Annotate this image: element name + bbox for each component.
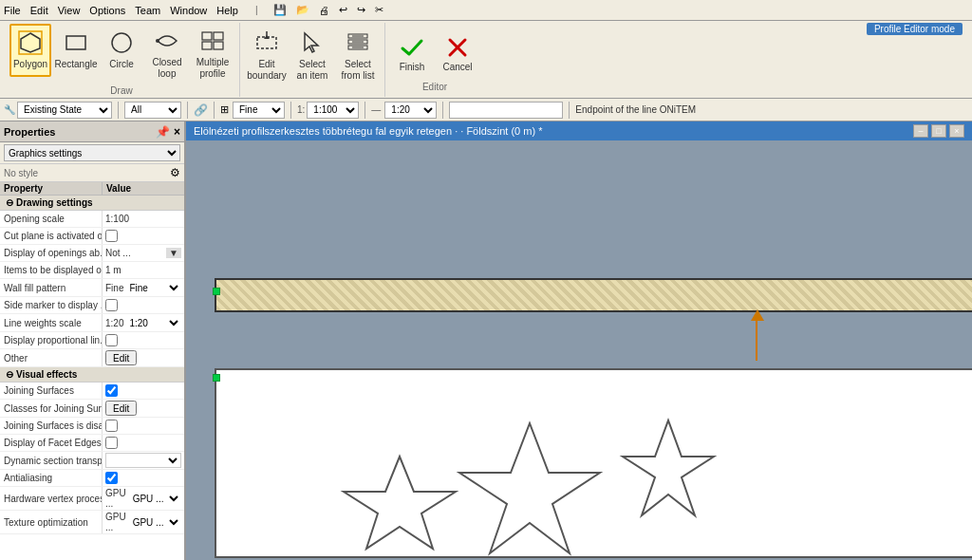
menu-edit[interactable]: Edit <box>30 5 48 16</box>
cut-icon[interactable]: ✂ <box>375 4 383 16</box>
canvas-title: Elölnézeti profilszerkesztes többrétegu … <box>194 125 542 137</box>
editor-buttons: Finish Cancel <box>391 27 478 80</box>
prop-wall-fill: Wall fill pattern Fine Fine <box>0 279 184 297</box>
prop-line-weights: Line weights scale 1:20 1:20 <box>0 314 184 332</box>
settings-icon[interactable]: ⚙ <box>170 166 180 179</box>
prop-table-header: Property Value <box>0 182 184 196</box>
grid-icon[interactable]: ⊞ <box>220 103 229 116</box>
wall-left-handle[interactable] <box>213 288 220 295</box>
state-select[interactable]: Existing State <box>17 102 112 119</box>
graphics-row: Graphics settings <box>0 142 184 164</box>
properties-panel: Properties 📌 × Graphics settings No styl… <box>0 121 186 560</box>
canvas-minimize-button[interactable]: – <box>913 124 928 138</box>
menu-team[interactable]: Team <box>135 5 160 16</box>
pin-icon[interactable]: 📌 <box>156 125 170 139</box>
select-item-button[interactable]: Select an item <box>291 26 333 85</box>
draw-buttons: Polygon Rectangle Circle <box>9 24 234 84</box>
finish-button[interactable]: Finish <box>391 27 433 80</box>
facet-edges-checkbox[interactable] <box>105 437 118 449</box>
value-col-header: Value <box>103 182 184 195</box>
canvas-close-button[interactable]: × <box>949 124 964 138</box>
mode-badge: Profile Editor mode <box>867 23 963 35</box>
prop-joining-disabled: Joining Surfaces is disa... <box>0 418 184 435</box>
separator-6 <box>442 102 443 119</box>
svg-rect-2 <box>66 36 85 49</box>
close-properties-icon[interactable]: × <box>174 125 180 139</box>
hardware-vertex-select[interactable]: GPU ... <box>129 491 181 506</box>
multiple-profile-button[interactable]: Multiple profile <box>192 24 234 84</box>
open-icon[interactable]: 📂 <box>296 4 309 16</box>
undo-icon[interactable]: ↩ <box>339 4 347 16</box>
joining-disabled-checkbox[interactable] <box>105 420 118 432</box>
joining-surfaces-checkbox[interactable] <box>105 384 118 397</box>
rectangle-button[interactable]: Rectangle <box>55 24 97 77</box>
style-row: No style ⚙ <box>0 164 184 182</box>
cut-plane-checkbox[interactable] <box>105 230 118 242</box>
menu-bar: File Edit View Options Team Window Help … <box>0 0 972 21</box>
svg-point-3 <box>112 33 131 52</box>
wall-fill-select[interactable]: Fine <box>125 280 181 295</box>
state-icon: 🔧 <box>4 104 15 115</box>
edit-buttons: Edit boundary Select an item <box>246 26 379 85</box>
edit-group: Edit boundary Select an item <box>240 23 385 97</box>
graphics-select[interactable]: Graphics settings <box>4 144 180 161</box>
save-icon[interactable]: 💾 <box>273 4 287 16</box>
svg-rect-0 <box>19 31 42 54</box>
weight-select[interactable]: 1:20 <box>384 102 437 119</box>
canvas-titlebar-buttons: – □ × <box>913 124 964 138</box>
prop-dynamic-section: Dynamic section transp... <box>0 452 184 470</box>
polygon-button[interactable]: Polygon <box>9 24 51 77</box>
canvas-restore-button[interactable]: □ <box>931 124 946 138</box>
prop-antialiasing: Antialiasing <box>0 470 184 487</box>
closed-loop-button[interactable]: Closed loop <box>146 24 188 84</box>
line-weights-select[interactable]: 1:20 <box>125 315 181 330</box>
prop-joining-surfaces: Joining Surfaces <box>0 383 184 400</box>
menu-file[interactable]: File <box>4 5 21 16</box>
menu-options[interactable]: Options <box>89 5 125 16</box>
state-selector: 🔧 Existing State <box>4 102 112 119</box>
canvas-area: Elölnézeti profilszerkesztes többrétegu … <box>186 121 972 560</box>
style-label: No style <box>4 168 38 178</box>
redo-icon[interactable]: ↪ <box>357 4 365 16</box>
snap-icon[interactable]: 🔗 <box>194 103 208 117</box>
edit-boundary-button[interactable]: Edit boundary <box>246 26 288 85</box>
dynamic-section-select[interactable] <box>105 453 181 468</box>
menu-help[interactable]: Help <box>216 5 238 16</box>
menu-window[interactable]: Window <box>170 5 207 16</box>
openings-dropdown[interactable]: ▼ <box>166 248 181 258</box>
other-edit-button[interactable]: Edit <box>105 350 137 365</box>
lower-box <box>215 368 972 558</box>
fineness-select[interactable]: Fine <box>233 102 285 119</box>
select-list-button[interactable]: Select from list <box>337 26 379 85</box>
fineness-selector: Fine <box>233 102 285 119</box>
separator-2 <box>187 102 188 119</box>
prop-items-displayed: Items to be displayed o... 1 m <box>0 262 184 279</box>
canvas-content[interactable] <box>186 140 972 560</box>
drawing-settings-header[interactable]: ⊖ Drawing settings <box>0 196 184 211</box>
antialiasing-checkbox[interactable] <box>105 472 118 484</box>
properties-table: ⊖ Drawing settings Opening scale 1:100 C… <box>0 196 184 560</box>
main-toolbar: Profile Editor mode Polygon Rectangle <box>0 21 972 99</box>
texture-opt-select[interactable]: GPU ... <box>129 514 181 530</box>
coord-input[interactable] <box>449 102 563 119</box>
print-icon[interactable]: 🖨 <box>319 5 329 16</box>
scale-select[interactable]: 1:100 <box>307 102 359 119</box>
svg-rect-8 <box>214 42 223 49</box>
layer-select[interactable]: All <box>124 102 181 119</box>
cancel-button[interactable]: Cancel <box>437 27 478 80</box>
dash-label: — <box>371 104 381 115</box>
scale-label: 1: <box>297 104 305 115</box>
menu-view[interactable]: View <box>58 5 81 16</box>
arrow-head <box>751 309 764 321</box>
prop-opening-scale: Opening scale 1:100 <box>0 211 184 228</box>
circle-button[interactable]: Circle <box>101 24 142 77</box>
lower-box-handle[interactable] <box>213 374 220 382</box>
prop-joining-classes: Classes for Joining Surfaces Edit <box>0 400 184 418</box>
proportional-checkbox[interactable] <box>105 334 118 346</box>
separator-7 <box>569 102 570 119</box>
visual-effects-header[interactable]: ⊖ Visual effects <box>0 367 184 383</box>
prop-texture-opt: Texture optimization GPU ... GPU ... <box>0 511 184 534</box>
prop-display-proportional: Display proportional lin... <box>0 332 184 349</box>
joining-classes-edit-button[interactable]: Edit <box>105 401 137 416</box>
side-marker-checkbox[interactable] <box>105 299 118 311</box>
